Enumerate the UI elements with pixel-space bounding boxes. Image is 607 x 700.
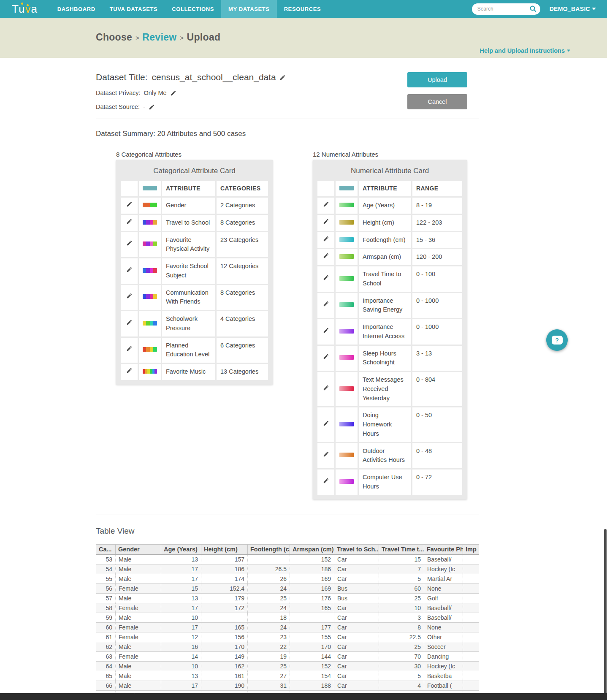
breadcrumb-step-choose[interactable]: Choose [96,32,132,43]
attribute-value: 23 Categories [217,232,268,258]
edit-privacy-pencil-icon[interactable] [170,90,176,96]
dataset-source-line: Dataset Source: - [96,103,286,110]
attribute-name: Favorite Music [162,364,215,380]
table-cell: Car [334,632,379,642]
table-cell: 22 [248,642,290,651]
table-cell: 24 [248,622,290,632]
table-cell: 174 [201,574,248,583]
attribute-name: Armspan (cm) [359,249,411,265]
categorical-row-travel-to-school: Travel to School8 Categories [121,215,268,231]
edit-source-pencil-icon[interactable] [149,104,155,110]
edit-attribute-cell [317,346,334,371]
logo-dot-icon [27,4,29,6]
edit-attribute-pencil-icon[interactable] [126,266,133,273]
table-cell: 24 [248,583,290,593]
dataset-title-label: Dataset Title: [96,72,148,82]
edit-attribute-pencil-icon[interactable] [126,218,133,225]
help-chat-button[interactable]: ? [546,329,568,351]
edit-attribute-pencil-icon[interactable] [323,252,329,259]
tuva-logo[interactable]: Tuva [12,0,38,18]
edit-attribute-pencil-icon[interactable] [323,385,329,391]
attribute-color-swatch [339,276,354,281]
nav-item-resources[interactable]: RESOURCES [277,0,328,18]
column-header-height-cm: Height (cm) [201,544,248,554]
edit-attribute-pencil-icon[interactable] [323,451,329,457]
swatch-cell [336,469,358,495]
numerical-row-height-cm: Height (cm)122 - 203 [317,215,462,231]
table-cell: 24 [248,603,290,613]
action-buttons: Upload Cancel [407,72,467,110]
help-and-upload-instructions-link[interactable]: Help and Upload Instructions [480,47,571,54]
table-cell [463,574,480,583]
table-row: 62Male1617022170Car25Soccer [96,642,480,651]
table-cell: Male [116,613,161,622]
attribute-name: Height (cm) [359,215,411,231]
table-cell: 13 [161,671,201,681]
attribute-name: Doing Homework Hours [359,407,411,442]
breadcrumb-separator: > [180,35,183,41]
column-header-footlength-c: Footlength (c... [248,544,290,554]
nav-item-dashboard[interactable]: DASHBOARD [50,0,103,18]
user-name: DEMO_BASIC [550,5,590,12]
table-cell: 66 [96,681,116,690]
edit-attribute-pencil-icon[interactable] [126,240,133,246]
edit-attribute-pencil-icon[interactable] [323,218,329,225]
section-divider [96,119,479,119]
attribute-value: 0 - 100 [412,266,462,292]
search-box[interactable] [472,3,540,15]
upload-button[interactable]: Upload [407,72,467,87]
edit-attribute-pencil-icon[interactable] [323,353,329,360]
edit-attribute-pencil-icon[interactable] [323,301,329,307]
categorical-row-favorite-music: Favorite Music13 Categories [121,364,268,380]
header-swatch-cell [139,181,161,196]
edit-attribute-pencil-icon[interactable] [126,367,133,374]
table-cell: 7 [379,564,424,574]
table-cell: 177 [290,622,334,632]
breadcrumb-step-upload[interactable]: Upload [187,32,221,43]
table-cell: Car [334,574,379,583]
table-cell: 17 [161,603,201,613]
edit-attribute-pencil-icon[interactable] [126,293,133,299]
table-cell [463,564,480,574]
edit-title-pencil-icon[interactable] [279,74,286,81]
attribute-color-swatch [143,347,157,352]
edit-attribute-pencil-icon[interactable] [323,420,329,426]
attribute-name: Text Messages Received Yesterday [359,372,411,406]
edit-attribute-cell [317,232,334,248]
nav-item-collections[interactable]: COLLECTIONS [165,0,221,18]
edit-attribute-pencil-icon[interactable] [323,274,329,281]
edit-attribute-pencil-icon[interactable] [323,478,329,484]
breadcrumb-step-review[interactable]: Review [142,32,176,43]
edit-attribute-pencil-icon[interactable] [323,236,329,242]
nav-item-my-datasets[interactable]: MY DATASETS [221,0,277,18]
table-cell [248,554,290,564]
dataset-privacy-label: Dataset Privacy: [96,90,141,96]
numerical-row-outdoor-activities-hours: Outdoor Activities Hours0 - 48 [317,443,462,469]
swatch-cell [336,372,358,406]
attribute-column-header: ATTRIBUTE [162,181,215,196]
numerical-attribute-card: Numerical Attribute Card ATTRIBUTERANGEA… [313,160,467,499]
table-cell: 8 [379,622,424,632]
table-cell [463,642,480,651]
table-cell: Car [334,661,379,671]
edit-attribute-pencil-icon[interactable] [126,201,133,207]
search-input[interactable] [477,6,529,12]
dataset-source-value: - [143,103,145,110]
numerical-row-travel-time-to-school: Travel Time to School0 - 100 [317,266,462,292]
attribute-color-swatch [339,479,354,484]
nav-item-tuva-datasets[interactable]: TUVA DATASETS [103,0,165,18]
edit-attribute-pencil-icon[interactable] [323,327,329,334]
table-cell: 30 [379,661,424,671]
edit-attribute-pencil-icon[interactable] [126,319,133,326]
page-scrollbar-thumb[interactable] [604,529,607,698]
search-icon[interactable] [529,5,537,13]
edit-attribute-pencil-icon[interactable] [126,345,133,352]
swatch-cell [336,443,358,469]
table-cell: 55 [96,574,116,583]
edit-attribute-pencil-icon[interactable] [323,201,329,207]
cancel-button[interactable]: Cancel [407,94,467,109]
user-menu[interactable]: DEMO_BASIC [550,5,596,12]
table-cell: Car [334,622,379,632]
swatch-cell [139,258,161,284]
table-header-row: Ca...GenderAge (Years)Height (cm)Footlen… [96,544,480,554]
